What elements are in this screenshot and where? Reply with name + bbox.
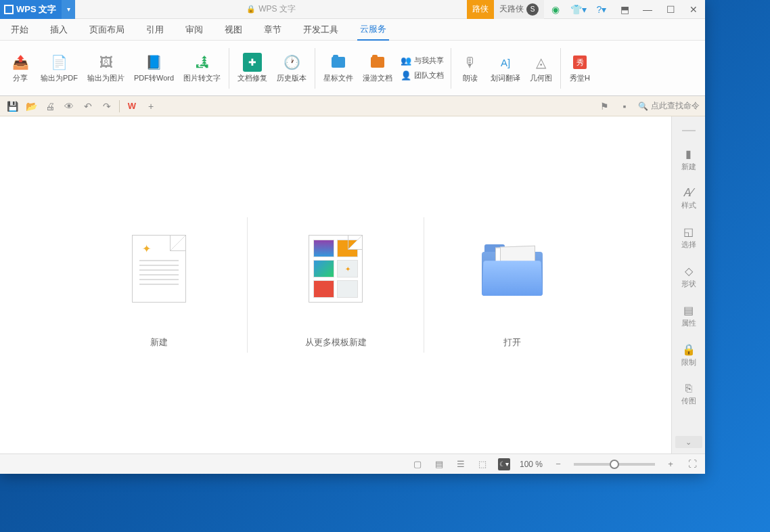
img-export-icon: 🖼 — [97, 53, 116, 72]
new-document-card[interactable]: ✦ 新建 — [98, 208, 220, 362]
titlebar: WPS 文字 ▾ 🔒 WPS 文字 路侠 天路侠 S ◉ 👕▾ ?▾ ⬒ — ☐… — [0, 0, 705, 19]
style-icon: A⁄ — [684, 187, 693, 199]
zoom-in-icon[interactable]: + — [664, 458, 677, 470]
ribbon-roam-docs[interactable]: 漫游文档 — [359, 50, 397, 86]
title-dropdown-icon[interactable]: ▾ — [62, 0, 75, 19]
qb-save-icon[interactable]: 💾 — [5, 99, 19, 113]
open-card[interactable]: 打开 — [451, 208, 573, 362]
tab-insert[interactable]: 插入 — [47, 20, 70, 40]
qb-print-icon[interactable]: 🖨 — [43, 99, 57, 113]
main-area: ✦ 新建 从更多模板新建 — [0, 116, 705, 453]
help-icon[interactable]: ?▾ — [590, 0, 613, 19]
qb-open-icon[interactable]: 📂 — [24, 99, 38, 113]
qb-undo-icon[interactable]: ↶ — [81, 99, 95, 113]
share-icon: 📤 — [11, 53, 30, 72]
properties-icon: ▤ — [683, 304, 694, 317]
side-new[interactable]: ▮ 新建 — [672, 145, 705, 175]
roam-folder-icon — [368, 53, 387, 72]
fullscreen-icon[interactable]: ⛶ — [686, 458, 698, 470]
tab-chapters[interactable]: 章节 — [261, 20, 284, 40]
ribbon-separator — [315, 48, 315, 89]
sync-icon[interactable]: ◉ — [544, 0, 567, 19]
qb-redo-icon[interactable]: ↷ — [100, 99, 114, 113]
qb-phone-icon[interactable]: ▪ — [618, 99, 631, 113]
star-folder-icon — [329, 53, 348, 72]
ribbon-doc-repair[interactable]: ✚ 文档修复 — [233, 50, 271, 86]
ribbon-pdf-to-word[interactable]: 📘 PDF转Word — [130, 50, 178, 86]
ribbon-separator — [560, 48, 561, 89]
maximize-icon[interactable]: ☐ — [659, 0, 682, 19]
side-transfer[interactable]: ⎘ 传图 — [672, 380, 705, 409]
ribbon-separator — [451, 48, 451, 89]
side-expand-icon[interactable]: ⌄ — [675, 436, 702, 448]
minimize-icon[interactable]: — — [636, 0, 659, 19]
ribbon-geometry[interactable]: ◬ 几何图 — [526, 50, 556, 86]
tab-start[interactable]: 开始 — [8, 20, 31, 40]
ribbon-output-img[interactable]: 🖼 输出为图片 — [83, 50, 129, 86]
zoom-slider[interactable] — [574, 463, 655, 466]
wps-logo-icon[interactable]: W — [125, 99, 139, 113]
qb-preview-icon[interactable]: 👁 — [62, 99, 76, 113]
ribbon-output-pdf[interactable]: 📄 输出为PDF — [37, 50, 82, 86]
night-mode-icon[interactable]: ☾▾ — [498, 458, 510, 470]
zoom-out-icon[interactable]: − — [552, 458, 564, 470]
select-icon: ◱ — [683, 225, 694, 238]
search-command[interactable]: 🔍 点此查找命令 — [638, 100, 700, 112]
ribbon-img-to-text[interactable]: 🏞 图片转文字 — [179, 50, 225, 86]
ribbon-share-with-me[interactable]: 👥 与我共享 — [398, 54, 447, 68]
tab-view[interactable]: 视图 — [222, 20, 245, 40]
side-select[interactable]: ◱ 选择 — [672, 223, 705, 252]
title-right-controls: 路侠 天路侠 S ◉ 👕▾ ?▾ ⬒ — ☐ ✕ — [467, 0, 705, 19]
qb-add-icon[interactable]: + — [144, 99, 158, 113]
ribbon-share[interactable]: 📤 分享 — [5, 50, 35, 86]
microphone-icon: 🎙 — [461, 53, 480, 72]
pdf-to-word-icon: 📘 — [145, 53, 164, 72]
transfer-icon: ⎘ — [685, 382, 692, 395]
ribbon-read-aloud[interactable]: 🎙 朗读 — [455, 50, 485, 86]
app-window: WPS 文字 ▾ 🔒 WPS 文字 路侠 天路侠 S ◉ 👕▾ ?▾ ⬒ — ☐… — [0, 0, 705, 474]
restrict-icon: 🔒 — [682, 343, 696, 356]
from-template-card[interactable]: 从更多模板新建 — [275, 208, 397, 362]
luxia-button[interactable]: 路侠 — [467, 0, 494, 19]
view-outline-icon[interactable]: ☰ — [455, 458, 467, 470]
side-shape[interactable]: ◇ 形状 — [672, 262, 705, 292]
view-layout-icon[interactable]: ▤ — [433, 458, 445, 470]
side-style[interactable]: A⁄ 样式 — [672, 184, 705, 213]
user-button[interactable]: 天路侠 S — [494, 0, 544, 19]
close-icon[interactable]: ✕ — [682, 0, 705, 19]
ribbon-history[interactable]: 🕐 历史版本 — [273, 50, 311, 86]
ribbon-xiutang[interactable]: 秀 秀堂H — [565, 50, 595, 86]
avatar-icon: S — [526, 3, 539, 16]
tab-cloud[interactable]: 云服务 — [357, 19, 389, 41]
shape-icon: ◇ — [685, 265, 693, 278]
share-with-me-icon: 👥 — [401, 56, 411, 66]
side-handle[interactable] — [682, 130, 696, 131]
card-separator — [247, 217, 248, 353]
translate-icon: A] — [496, 53, 515, 72]
tab-dev-tools[interactable]: 开发工具 — [300, 20, 341, 40]
side-restrict[interactable]: 🔒 限制 — [672, 340, 705, 370]
view-page-icon[interactable]: ▢ — [411, 458, 424, 470]
geometry-icon: ◬ — [532, 53, 551, 72]
tab-review[interactable]: 审阅 — [183, 20, 206, 40]
tab-references[interactable]: 引用 — [143, 20, 166, 40]
ribbon-team-docs[interactable]: 👤 团队文档 — [398, 69, 447, 83]
ribbon-word-translate[interactable]: A] 划词翻译 — [486, 50, 524, 86]
xiutang-icon: 秀 — [570, 53, 589, 72]
qb-flag-icon[interactable]: ⚑ — [597, 99, 611, 113]
collapse-ribbon-icon[interactable]: ⬒ — [613, 0, 636, 19]
qb-separator — [119, 100, 120, 112]
search-icon: 🔍 — [638, 102, 648, 111]
lock-icon: 🔒 — [246, 5, 256, 14]
tab-page-layout[interactable]: 页面布局 — [87, 20, 127, 40]
view-web-icon[interactable]: ⬚ — [476, 458, 489, 470]
ribbon-share-group: 👥 与我共享 👤 团队文档 — [398, 54, 447, 83]
team-docs-icon: 👤 — [401, 70, 411, 81]
history-icon: 🕐 — [282, 53, 301, 72]
side-props[interactable]: ▤ 属性 — [672, 301, 705, 331]
new-doc-icon: ✦ — [112, 221, 206, 316]
app-logo[interactable]: WPS 文字 — [0, 0, 62, 19]
repair-icon: ✚ — [243, 53, 262, 72]
tshirt-icon[interactable]: 👕▾ — [567, 0, 590, 19]
ribbon-star-files[interactable]: 星标文件 — [319, 50, 357, 86]
